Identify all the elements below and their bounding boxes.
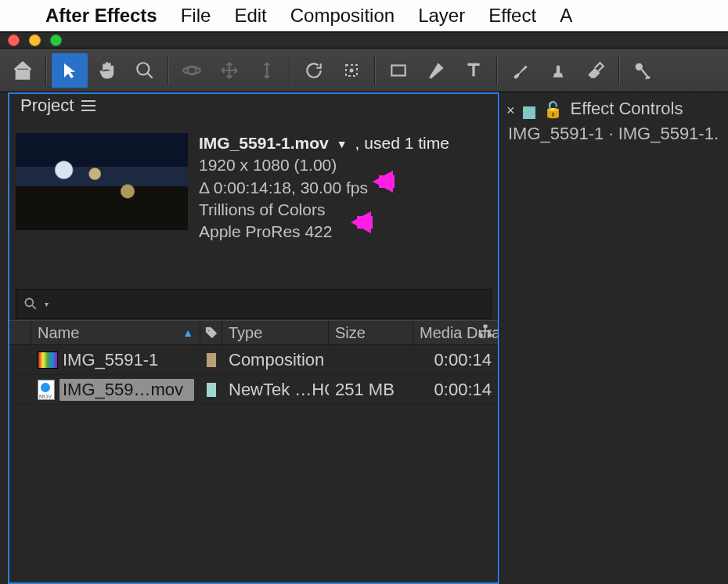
dolly-tool[interactable] bbox=[249, 53, 285, 88]
svg-point-4 bbox=[351, 69, 353, 71]
svg-point-2 bbox=[183, 67, 200, 74]
menu-file[interactable]: File bbox=[181, 5, 211, 27]
pan-camera-tool[interactable] bbox=[211, 53, 247, 88]
column-name[interactable]: Name ▲ bbox=[31, 321, 200, 344]
column-label-color[interactable] bbox=[200, 321, 222, 344]
svg-rect-10 bbox=[479, 333, 483, 337]
item-duration: 0:00:14 bbox=[413, 380, 498, 400]
window-minimize-button[interactable] bbox=[29, 34, 41, 46]
menu-truncated[interactable]: A bbox=[560, 5, 572, 27]
item-size: 251 MB bbox=[329, 380, 413, 400]
effect-controls-tab[interactable]: Effect Controls bbox=[571, 99, 683, 119]
asset-usage: , used 1 time bbox=[355, 133, 449, 153]
item-duration: 0:00:14 bbox=[413, 350, 498, 370]
asset-codec: Apple ProRes 422 bbox=[199, 222, 449, 242]
eraser-tool[interactable] bbox=[578, 53, 614, 88]
label-swatch[interactable] bbox=[207, 383, 216, 397]
asset-color-depth: Trillions of Colors bbox=[199, 200, 449, 220]
project-list-header: Name ▲ Type Size Media Durati bbox=[9, 320, 498, 345]
project-row[interactable]: IMG_559…mov NewTek …HQ 251 MB 0:00:14 bbox=[9, 375, 498, 405]
toolbar-separator bbox=[45, 56, 47, 85]
search-dropdown-icon[interactable]: ▾ bbox=[45, 300, 49, 308]
asset-name[interactable]: IMG_5591-1.mov bbox=[199, 133, 329, 153]
item-type: NewTek …HQ bbox=[222, 380, 329, 400]
zoom-tool[interactable] bbox=[127, 53, 163, 88]
svg-point-6 bbox=[636, 63, 643, 70]
column-name-label: Name bbox=[38, 324, 79, 342]
column-size-label: Size bbox=[335, 324, 366, 342]
project-list: IMG_5591-1 Composition 0:00:14 IMG_559…m… bbox=[9, 345, 498, 582]
panel-color-swatch bbox=[523, 106, 535, 119]
menu-effect[interactable]: Effect bbox=[488, 5, 536, 27]
toolbar bbox=[0, 49, 728, 92]
window-titlebar bbox=[0, 31, 728, 49]
effect-controls-path: IMG_5591-1 · IMG_5591-1. bbox=[500, 119, 728, 149]
anchor-region-tool[interactable] bbox=[333, 53, 369, 88]
menu-edit[interactable]: Edit bbox=[234, 5, 266, 27]
rotate-tool[interactable] bbox=[296, 53, 332, 88]
item-type: Composition bbox=[222, 350, 329, 370]
app-name[interactable]: After Effects bbox=[45, 5, 157, 27]
svg-point-0 bbox=[137, 63, 149, 74]
window-zoom-button[interactable] bbox=[50, 34, 62, 46]
project-panel: Project IMG_5591-1.mov ▼ , used 1 time 1… bbox=[8, 92, 499, 584]
column-size[interactable]: Size bbox=[329, 321, 413, 344]
svg-rect-11 bbox=[488, 333, 492, 337]
type-tool[interactable] bbox=[456, 53, 492, 88]
annotation-arrow-icon bbox=[338, 211, 371, 233]
toolbar-separator bbox=[290, 56, 291, 85]
project-tab-label: Project bbox=[20, 96, 74, 116]
annotation-arrow-icon bbox=[360, 171, 393, 193]
menu-layer[interactable]: Layer bbox=[418, 5, 465, 27]
lock-icon[interactable]: 🔓 bbox=[543, 100, 563, 119]
effect-controls-panel: × 🔓 Effect Controls IMG_5591-1 · IMG_559… bbox=[499, 92, 728, 584]
hand-tool[interactable] bbox=[89, 53, 125, 88]
asset-info: IMG_5591-1.mov ▼ , used 1 time 1920 x 10… bbox=[9, 121, 498, 247]
label-swatch[interactable] bbox=[207, 353, 216, 367]
rectangle-tool[interactable] bbox=[380, 53, 416, 88]
svg-rect-5 bbox=[391, 65, 405, 75]
column-type-label: Type bbox=[229, 324, 262, 342]
brush-tool[interactable] bbox=[503, 53, 539, 88]
asset-dimensions: 1920 x 1080 (1.00) bbox=[199, 155, 449, 175]
home-tool[interactable] bbox=[5, 53, 41, 88]
close-panel-icon[interactable]: × bbox=[506, 103, 515, 119]
asset-dropdown-icon[interactable]: ▼ bbox=[337, 138, 348, 152]
search-input[interactable] bbox=[55, 296, 485, 312]
movie-file-icon bbox=[38, 380, 55, 400]
item-name[interactable]: IMG_5591-1 bbox=[63, 350, 194, 370]
orbit-tool[interactable] bbox=[174, 53, 210, 88]
panel-menu-icon[interactable] bbox=[81, 100, 96, 111]
toolbar-separator bbox=[496, 56, 498, 85]
composition-icon bbox=[38, 351, 58, 369]
clone-stamp-tool[interactable] bbox=[540, 53, 576, 88]
item-name[interactable]: IMG_559…mov bbox=[59, 379, 194, 401]
row-toggle-column[interactable] bbox=[9, 321, 31, 344]
window-close-button[interactable] bbox=[8, 34, 20, 46]
toolbar-separator bbox=[168, 56, 169, 85]
menu-composition[interactable]: Composition bbox=[290, 5, 395, 27]
project-search[interactable]: ▾ bbox=[16, 289, 492, 319]
column-type[interactable]: Type bbox=[222, 321, 329, 344]
svg-point-7 bbox=[25, 299, 33, 307]
roto-brush-tool[interactable] bbox=[625, 53, 661, 88]
project-row[interactable]: IMG_5591-1 Composition 0:00:14 bbox=[9, 345, 498, 375]
svg-point-8 bbox=[207, 330, 209, 331]
svg-rect-9 bbox=[484, 324, 488, 327]
toolbar-separator bbox=[374, 56, 376, 85]
asset-thumbnail[interactable] bbox=[16, 133, 188, 230]
macos-menubar: After Effects File Edit Composition Laye… bbox=[0, 0, 728, 31]
hierarchy-icon[interactable] bbox=[478, 323, 493, 343]
project-tab[interactable]: Project bbox=[14, 92, 102, 121]
selection-tool[interactable] bbox=[52, 53, 88, 88]
toolbar-separator bbox=[618, 56, 620, 85]
sort-asc-icon: ▲ bbox=[182, 326, 193, 339]
asset-duration-fps: Δ 0:00:14:18, 30.00 fps bbox=[199, 178, 449, 198]
pen-tool[interactable] bbox=[418, 53, 454, 88]
